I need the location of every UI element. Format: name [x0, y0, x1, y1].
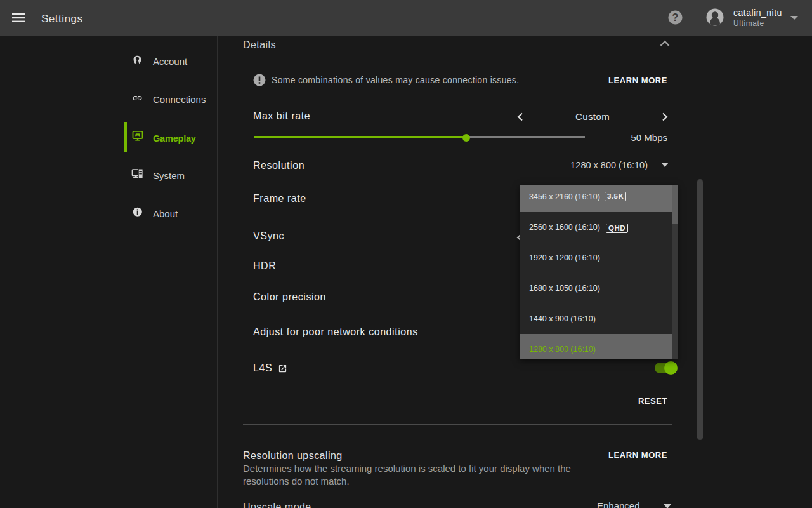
- svg-text:?: ?: [672, 12, 679, 23]
